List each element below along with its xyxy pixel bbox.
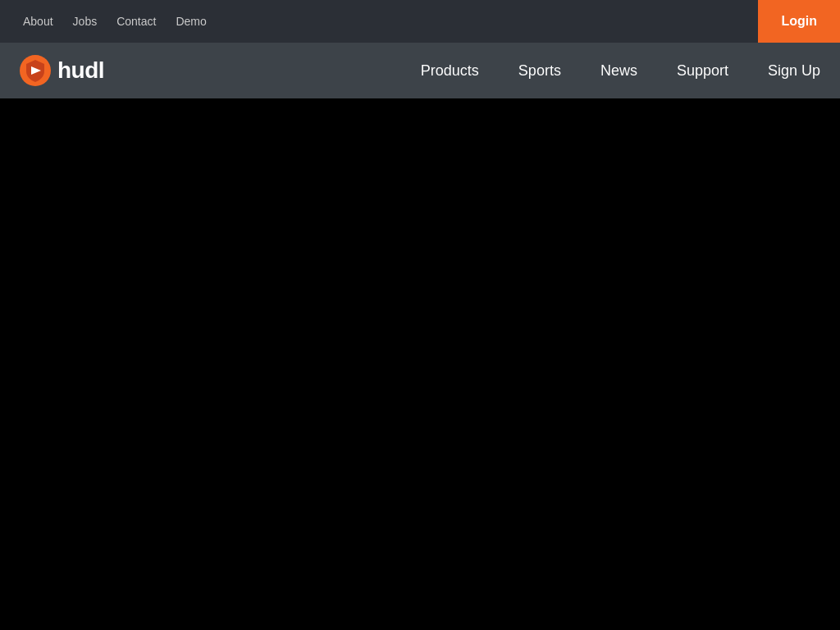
login-button[interactable]: Login <box>758 0 840 43</box>
utility-nav: About Jobs Contact Demo <box>0 0 217 43</box>
nav-sports[interactable]: Sports <box>499 43 581 98</box>
nav-products[interactable]: Products <box>401 43 499 98</box>
logo-link[interactable]: hudl <box>20 55 104 86</box>
nav-support[interactable]: Support <box>657 43 748 98</box>
utility-nav-contact[interactable]: Contact <box>107 0 166 43</box>
utility-nav-about[interactable]: About <box>13 0 63 43</box>
main-nav-links: Products Sports News Support Sign Up <box>401 43 840 98</box>
logo-text: hudl <box>57 57 104 84</box>
main-nav: hudl Products Sports News Support Sign U… <box>0 43 840 98</box>
nav-news[interactable]: News <box>581 43 657 98</box>
utility-nav-demo[interactable]: Demo <box>166 0 216 43</box>
utility-nav-jobs[interactable]: Jobs <box>63 0 107 43</box>
hudl-logo-icon <box>20 55 51 86</box>
nav-signup[interactable]: Sign Up <box>748 43 840 98</box>
utility-bar: About Jobs Contact Demo Login <box>0 0 840 43</box>
main-content <box>0 98 840 630</box>
